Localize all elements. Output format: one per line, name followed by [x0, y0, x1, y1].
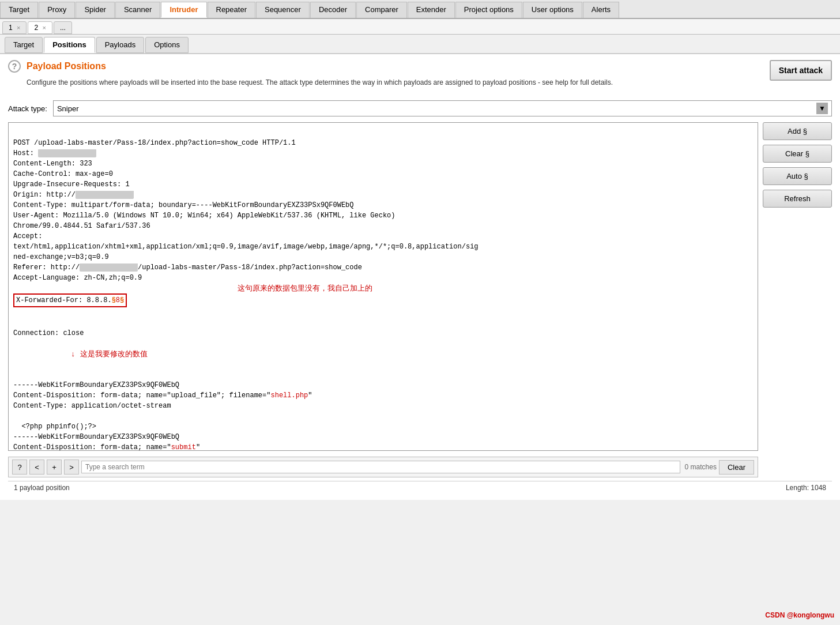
payload-positions-status: 1 payload position — [14, 484, 70, 492]
section-title: Payload Positions — [27, 61, 106, 71]
tab-proxy[interactable]: Proxy — [39, 2, 75, 18]
status-bar: 1 payload position Length: 1048 — [8, 481, 832, 494]
search-clear-button[interactable]: Clear — [719, 460, 754, 475]
help-search-icon[interactable]: ? — [12, 460, 27, 475]
sub-tab-options[interactable]: Options — [145, 37, 189, 53]
refresh-button[interactable]: Refresh — [763, 190, 832, 208]
add-button[interactable]: + — [47, 460, 62, 475]
tab-intruder[interactable]: Intruder — [161, 2, 206, 18]
dropdown-arrow-icon: ▼ — [816, 103, 828, 114]
attack-type-value: Sniper — [57, 104, 816, 113]
tab-comparer[interactable]: Comparer — [356, 2, 407, 18]
tab-sequencer[interactable]: Sequencer — [256, 2, 310, 18]
clear-section-button[interactable]: Clear § — [763, 145, 832, 163]
attack-type-label: Attack type: — [8, 104, 47, 113]
instance-tab-2[interactable]: 2 × — [28, 21, 52, 34]
tab-scanner[interactable]: Scanner — [115, 2, 160, 18]
instance-tab-1[interactable]: 1 × — [2, 21, 27, 34]
add-section-button[interactable]: Add § — [763, 122, 832, 140]
help-icon[interactable]: ? — [8, 60, 21, 73]
tab-alerts[interactable]: Alerts — [583, 2, 619, 18]
tab-extender[interactable]: Extender — [408, 2, 455, 18]
search-input[interactable] — [81, 461, 680, 473]
tab-target[interactable]: Target — [0, 2, 38, 18]
sub-tab-target[interactable]: Target — [5, 37, 43, 53]
sub-tab-positions[interactable]: Positions — [44, 37, 95, 53]
auto-section-button[interactable]: Auto § — [763, 167, 832, 185]
length-status: Length: 1048 — [786, 484, 826, 492]
tab-project-options[interactable]: Project options — [455, 2, 522, 18]
sub-tab-bar: Target Positions Payloads Options — [0, 35, 840, 54]
attack-type-select[interactable]: Sniper ▼ — [53, 100, 832, 116]
tab-repeater[interactable]: Repeater — [208, 2, 255, 18]
section-description: Configure the positions where payloads w… — [27, 77, 613, 88]
tab-spider[interactable]: Spider — [76, 2, 115, 18]
instance-tab-more[interactable]: ... — [54, 21, 72, 34]
sub-tab-payloads[interactable]: Payloads — [96, 37, 144, 53]
prev-match-button[interactable]: < — [29, 460, 44, 475]
left-panel: ? Payload Positions Configure the positi… — [0, 54, 840, 500]
request-content: POST /upload-labs-master/Pass-18/index.p… — [9, 123, 758, 451]
attack-type-row: Attack type: Sniper ▼ — [8, 100, 832, 116]
tab-user-options[interactable]: User options — [523, 2, 582, 18]
request-editor[interactable]: POST /upload-labs-master/Pass-18/index.p… — [8, 122, 758, 451]
start-attack-button[interactable]: Start attack — [770, 60, 832, 81]
search-matches: 0 matches — [685, 463, 717, 471]
next-match-button[interactable]: > — [64, 460, 79, 475]
top-tab-bar: Target Proxy Spider Scanner Intruder Rep… — [0, 0, 840, 19]
tab-decoder[interactable]: Decoder — [310, 2, 356, 18]
search-bar: ? < + > 0 matches Clear — [8, 457, 758, 477]
instance-tab-bar: 1 × 2 × ... — [0, 19, 840, 35]
